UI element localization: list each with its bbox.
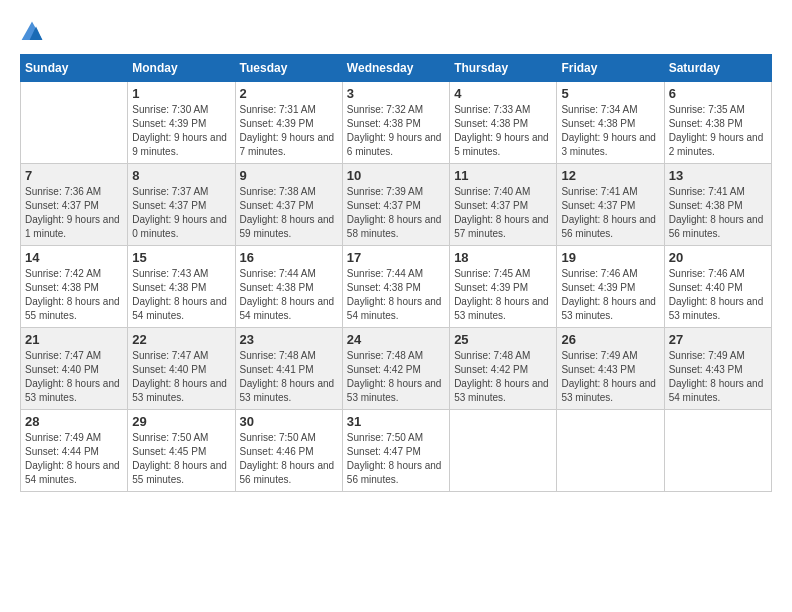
day-number: 8 [132, 168, 230, 183]
day-number: 27 [669, 332, 767, 347]
day-info: Sunrise: 7:43 AMSunset: 4:38 PMDaylight:… [132, 267, 230, 323]
weekday-header-sunday: Sunday [21, 55, 128, 82]
day-number: 29 [132, 414, 230, 429]
calendar-cell: 1Sunrise: 7:30 AMSunset: 4:39 PMDaylight… [128, 82, 235, 164]
calendar-cell: 24Sunrise: 7:48 AMSunset: 4:42 PMDayligh… [342, 328, 449, 410]
day-number: 7 [25, 168, 123, 183]
calendar-cell: 25Sunrise: 7:48 AMSunset: 4:42 PMDayligh… [450, 328, 557, 410]
calendar-cell: 12Sunrise: 7:41 AMSunset: 4:37 PMDayligh… [557, 164, 664, 246]
day-number: 5 [561, 86, 659, 101]
day-info: Sunrise: 7:50 AMSunset: 4:46 PMDaylight:… [240, 431, 338, 487]
day-number: 11 [454, 168, 552, 183]
weekday-header-monday: Monday [128, 55, 235, 82]
day-number: 2 [240, 86, 338, 101]
day-info: Sunrise: 7:34 AMSunset: 4:38 PMDaylight:… [561, 103, 659, 159]
calendar-week-row: 28Sunrise: 7:49 AMSunset: 4:44 PMDayligh… [21, 410, 772, 492]
logo [20, 20, 48, 44]
calendar-table: SundayMondayTuesdayWednesdayThursdayFrid… [20, 54, 772, 492]
calendar-cell: 26Sunrise: 7:49 AMSunset: 4:43 PMDayligh… [557, 328, 664, 410]
calendar-cell: 27Sunrise: 7:49 AMSunset: 4:43 PMDayligh… [664, 328, 771, 410]
day-info: Sunrise: 7:48 AMSunset: 4:42 PMDaylight:… [454, 349, 552, 405]
day-number: 3 [347, 86, 445, 101]
day-info: Sunrise: 7:41 AMSunset: 4:38 PMDaylight:… [669, 185, 767, 241]
calendar-cell: 21Sunrise: 7:47 AMSunset: 4:40 PMDayligh… [21, 328, 128, 410]
day-number: 22 [132, 332, 230, 347]
day-info: Sunrise: 7:47 AMSunset: 4:40 PMDaylight:… [132, 349, 230, 405]
day-info: Sunrise: 7:50 AMSunset: 4:45 PMDaylight:… [132, 431, 230, 487]
day-info: Sunrise: 7:36 AMSunset: 4:37 PMDaylight:… [25, 185, 123, 241]
day-number: 16 [240, 250, 338, 265]
calendar-cell [450, 410, 557, 492]
calendar-cell: 3Sunrise: 7:32 AMSunset: 4:38 PMDaylight… [342, 82, 449, 164]
day-number: 20 [669, 250, 767, 265]
calendar-cell [21, 82, 128, 164]
day-number: 21 [25, 332, 123, 347]
calendar-cell: 4Sunrise: 7:33 AMSunset: 4:38 PMDaylight… [450, 82, 557, 164]
day-info: Sunrise: 7:48 AMSunset: 4:42 PMDaylight:… [347, 349, 445, 405]
day-info: Sunrise: 7:42 AMSunset: 4:38 PMDaylight:… [25, 267, 123, 323]
calendar-week-row: 21Sunrise: 7:47 AMSunset: 4:40 PMDayligh… [21, 328, 772, 410]
calendar-cell: 13Sunrise: 7:41 AMSunset: 4:38 PMDayligh… [664, 164, 771, 246]
calendar-cell: 11Sunrise: 7:40 AMSunset: 4:37 PMDayligh… [450, 164, 557, 246]
day-info: Sunrise: 7:46 AMSunset: 4:40 PMDaylight:… [669, 267, 767, 323]
calendar-week-row: 14Sunrise: 7:42 AMSunset: 4:38 PMDayligh… [21, 246, 772, 328]
calendar-cell: 28Sunrise: 7:49 AMSunset: 4:44 PMDayligh… [21, 410, 128, 492]
day-info: Sunrise: 7:47 AMSunset: 4:40 PMDaylight:… [25, 349, 123, 405]
header [20, 20, 772, 44]
day-number: 1 [132, 86, 230, 101]
day-info: Sunrise: 7:49 AMSunset: 4:43 PMDaylight:… [669, 349, 767, 405]
day-info: Sunrise: 7:37 AMSunset: 4:37 PMDaylight:… [132, 185, 230, 241]
day-number: 17 [347, 250, 445, 265]
day-number: 13 [669, 168, 767, 183]
weekday-header-wednesday: Wednesday [342, 55, 449, 82]
day-number: 4 [454, 86, 552, 101]
calendar-cell: 31Sunrise: 7:50 AMSunset: 4:47 PMDayligh… [342, 410, 449, 492]
day-number: 26 [561, 332, 659, 347]
day-info: Sunrise: 7:35 AMSunset: 4:38 PMDaylight:… [669, 103, 767, 159]
calendar-cell: 18Sunrise: 7:45 AMSunset: 4:39 PMDayligh… [450, 246, 557, 328]
calendar-cell: 17Sunrise: 7:44 AMSunset: 4:38 PMDayligh… [342, 246, 449, 328]
day-number: 9 [240, 168, 338, 183]
day-info: Sunrise: 7:44 AMSunset: 4:38 PMDaylight:… [347, 267, 445, 323]
day-number: 18 [454, 250, 552, 265]
day-number: 25 [454, 332, 552, 347]
calendar-cell: 8Sunrise: 7:37 AMSunset: 4:37 PMDaylight… [128, 164, 235, 246]
day-number: 15 [132, 250, 230, 265]
calendar-cell: 6Sunrise: 7:35 AMSunset: 4:38 PMDaylight… [664, 82, 771, 164]
day-info: Sunrise: 7:40 AMSunset: 4:37 PMDaylight:… [454, 185, 552, 241]
calendar-cell: 22Sunrise: 7:47 AMSunset: 4:40 PMDayligh… [128, 328, 235, 410]
calendar-cell: 20Sunrise: 7:46 AMSunset: 4:40 PMDayligh… [664, 246, 771, 328]
calendar-cell [557, 410, 664, 492]
day-info: Sunrise: 7:30 AMSunset: 4:39 PMDaylight:… [132, 103, 230, 159]
day-info: Sunrise: 7:49 AMSunset: 4:43 PMDaylight:… [561, 349, 659, 405]
calendar-header-row: SundayMondayTuesdayWednesdayThursdayFrid… [21, 55, 772, 82]
day-info: Sunrise: 7:38 AMSunset: 4:37 PMDaylight:… [240, 185, 338, 241]
calendar-cell: 14Sunrise: 7:42 AMSunset: 4:38 PMDayligh… [21, 246, 128, 328]
weekday-header-friday: Friday [557, 55, 664, 82]
calendar-week-row: 7Sunrise: 7:36 AMSunset: 4:37 PMDaylight… [21, 164, 772, 246]
day-info: Sunrise: 7:44 AMSunset: 4:38 PMDaylight:… [240, 267, 338, 323]
calendar-cell: 16Sunrise: 7:44 AMSunset: 4:38 PMDayligh… [235, 246, 342, 328]
day-number: 24 [347, 332, 445, 347]
day-info: Sunrise: 7:50 AMSunset: 4:47 PMDaylight:… [347, 431, 445, 487]
day-info: Sunrise: 7:48 AMSunset: 4:41 PMDaylight:… [240, 349, 338, 405]
calendar-cell: 10Sunrise: 7:39 AMSunset: 4:37 PMDayligh… [342, 164, 449, 246]
day-info: Sunrise: 7:32 AMSunset: 4:38 PMDaylight:… [347, 103, 445, 159]
weekday-header-saturday: Saturday [664, 55, 771, 82]
calendar-cell: 7Sunrise: 7:36 AMSunset: 4:37 PMDaylight… [21, 164, 128, 246]
day-number: 23 [240, 332, 338, 347]
day-info: Sunrise: 7:46 AMSunset: 4:39 PMDaylight:… [561, 267, 659, 323]
calendar-cell: 30Sunrise: 7:50 AMSunset: 4:46 PMDayligh… [235, 410, 342, 492]
weekday-header-thursday: Thursday [450, 55, 557, 82]
calendar-cell: 23Sunrise: 7:48 AMSunset: 4:41 PMDayligh… [235, 328, 342, 410]
day-number: 30 [240, 414, 338, 429]
day-info: Sunrise: 7:45 AMSunset: 4:39 PMDaylight:… [454, 267, 552, 323]
day-info: Sunrise: 7:49 AMSunset: 4:44 PMDaylight:… [25, 431, 123, 487]
calendar-cell: 5Sunrise: 7:34 AMSunset: 4:38 PMDaylight… [557, 82, 664, 164]
calendar-cell [664, 410, 771, 492]
calendar-cell: 19Sunrise: 7:46 AMSunset: 4:39 PMDayligh… [557, 246, 664, 328]
calendar-cell: 2Sunrise: 7:31 AMSunset: 4:39 PMDaylight… [235, 82, 342, 164]
day-info: Sunrise: 7:31 AMSunset: 4:39 PMDaylight:… [240, 103, 338, 159]
day-info: Sunrise: 7:39 AMSunset: 4:37 PMDaylight:… [347, 185, 445, 241]
day-number: 6 [669, 86, 767, 101]
